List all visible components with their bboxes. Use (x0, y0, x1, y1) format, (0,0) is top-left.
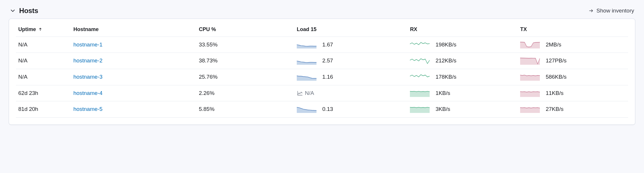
table-row: N/Ahostname-133.55%1.67198KB/s2MB/s (16, 37, 628, 53)
load-sparkline (297, 105, 316, 113)
hosts-table: Uptime Hostname CPU % Load 15 RX TX N/Ah… (16, 23, 628, 118)
table-row: N/Ahostname-325.76%1.16178KB/s586KB/s (16, 69, 628, 85)
tx-sparkline (520, 73, 540, 81)
tx-sparkline (520, 105, 540, 113)
col-header-tx[interactable]: TX (518, 23, 628, 37)
uptime-cell: N/A (16, 53, 71, 69)
col-header-load[interactable]: Load 15 (294, 23, 408, 37)
panel-header: Hosts Show inventory (9, 6, 635, 16)
collapse-toggle[interactable] (10, 8, 16, 14)
rx-sparkline (410, 89, 430, 97)
hostname-link[interactable]: hostname-2 (73, 57, 102, 64)
tx-sparkline (520, 89, 540, 97)
hostname-link[interactable]: hostname-4 (73, 90, 102, 96)
tx-value: 27KB/s (546, 105, 563, 113)
tx-cell: 11KB/s (520, 89, 626, 97)
load-value: 0.13 (322, 105, 333, 113)
load-value: 2.57 (322, 57, 333, 65)
cpu-cell: 25.76% (196, 69, 294, 85)
tx-value: 11KB/s (546, 89, 563, 97)
load-sparkline (297, 41, 316, 48)
rx-cell: 212KB/s (410, 57, 515, 65)
rx-value: 1KB/s (435, 89, 450, 97)
tx-sparkline (520, 41, 540, 48)
tx-cell: 127PB/s (520, 57, 626, 65)
load-cell: 2.57 (297, 57, 405, 65)
hostname-link[interactable]: hostname-5 (73, 106, 102, 112)
load-na: N/A (297, 89, 405, 97)
show-inventory-label: Show inventory (596, 7, 634, 15)
cpu-cell: 2.26% (196, 85, 294, 101)
load-cell: 0.13 (297, 105, 405, 113)
rx-sparkline (410, 57, 430, 65)
load-sparkline (297, 57, 316, 65)
show-inventory-link[interactable]: Show inventory (589, 7, 634, 15)
tx-value: 2MB/s (546, 41, 561, 49)
load-cell: 1.16 (297, 73, 405, 81)
col-header-rx[interactable]: RX (408, 23, 518, 37)
load-cell: 1.67 (297, 41, 405, 49)
load-value: 1.67 (322, 41, 333, 49)
col-header-cpu[interactable]: CPU % (196, 23, 294, 37)
tx-value: 586KB/s (546, 73, 567, 81)
load-value: 1.16 (322, 73, 333, 81)
tx-cell: 586KB/s (520, 73, 626, 81)
arrow-right-icon (589, 8, 594, 13)
rx-value: 178KB/s (435, 73, 456, 81)
hostname-link[interactable]: hostname-1 (73, 42, 102, 48)
tx-cell: 27KB/s (520, 105, 626, 113)
rx-value: 3KB/s (435, 105, 450, 113)
svg-point-0 (302, 93, 302, 93)
rx-value: 198KB/s (435, 41, 456, 49)
rx-cell: 1KB/s (410, 89, 515, 97)
load-sparkline (297, 73, 316, 81)
col-header-uptime[interactable]: Uptime (16, 23, 71, 37)
sort-ascending-icon (38, 27, 42, 31)
hostname-link[interactable]: hostname-3 (73, 74, 102, 80)
tx-sparkline (520, 57, 540, 65)
cpu-cell: 5.85% (196, 101, 294, 118)
rx-cell: 198KB/s (410, 41, 515, 49)
uptime-cell: 62d 23h (16, 85, 71, 101)
table-row: 62d 23hhostname-42.26%N/A1KB/s11KB/s (16, 85, 628, 101)
rx-cell: 178KB/s (410, 73, 515, 81)
rx-sparkline (410, 73, 430, 81)
tx-value: 127PB/s (546, 57, 567, 65)
rx-sparkline (410, 105, 430, 113)
col-header-hostname[interactable]: Hostname (71, 23, 197, 37)
tx-cell: 2MB/s (520, 41, 626, 49)
rx-cell: 3KB/s (410, 105, 515, 113)
table-row: N/Ahostname-238.73%2.57212KB/s127PB/s (16, 53, 628, 69)
chevron-down-icon (10, 8, 15, 13)
rx-value: 212KB/s (435, 57, 456, 65)
uptime-cell: N/A (16, 69, 71, 85)
panel-title: Hosts (19, 6, 38, 16)
hosts-card: Uptime Hostname CPU % Load 15 RX TX N/Ah… (9, 19, 635, 125)
cpu-cell: 33.55% (196, 37, 294, 53)
rx-sparkline (410, 41, 430, 48)
uptime-cell: 81d 20h (16, 101, 71, 118)
cpu-cell: 38.73% (196, 53, 294, 69)
table-row: 81d 20hhostname-55.85%0.133KB/s27KB/s (16, 101, 628, 118)
uptime-cell: N/A (16, 37, 71, 53)
